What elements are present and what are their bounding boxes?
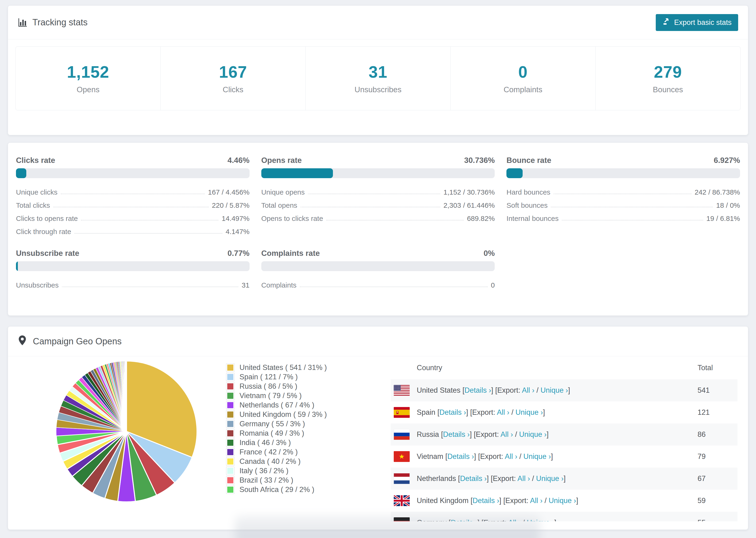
details-link[interactable]: Details ›	[473, 497, 499, 505]
legend-swatch	[226, 392, 234, 400]
rates-card: Clicks rate4.46%Unique clicks167 / 4.456…	[8, 142, 748, 316]
bracket: [	[470, 497, 473, 505]
stat-value: 220 / 5.87%	[212, 202, 249, 209]
legend-item-canada[interactable]: Canada ( 40 / 2% )	[226, 457, 391, 466]
stat-row-unique-clicks: Unique clicks167 / 4.456%	[16, 189, 249, 196]
legend-swatch	[226, 429, 234, 437]
map-pin-icon	[18, 335, 27, 348]
stat-value: 18 / 0%	[716, 202, 740, 209]
dotted-leader	[53, 207, 208, 207]
rate-block-complaints-rate: Complaints rate0%Complaints0	[261, 249, 495, 289]
legend-item-germany[interactable]: Germany ( 55 / 3% )	[226, 419, 391, 429]
export-prefix: ] [Export:	[466, 408, 497, 416]
summary-cell-clicks: 167Clicks	[160, 47, 305, 110]
rate-title: Clicks rate	[16, 156, 55, 165]
export-prefix: ] [Export:	[499, 497, 530, 505]
legend-item-france[interactable]: France ( 42 / 2% )	[226, 447, 391, 457]
export-prefix: ] [Export:	[487, 474, 517, 483]
rate-value: 4.46%	[228, 156, 249, 165]
es-flag-icon	[394, 407, 410, 418]
details-link[interactable]: Details ›	[447, 452, 474, 460]
rate-value: 0.77%	[228, 249, 249, 258]
gb-flag-icon	[394, 495, 410, 506]
legend-item-netherlands[interactable]: Netherlands ( 67 / 4% )	[226, 401, 391, 410]
campaign-geo-opens-card: Campaign Geo Opens United States ( 541 /…	[8, 326, 748, 530]
legend-item-russia[interactable]: Russia ( 86 / 5% )	[226, 382, 391, 391]
rate-block-clicks-rate: Clicks rate4.46%Unique clicks167 / 4.456…	[16, 156, 249, 235]
rate-head: Unsubscribe rate0.77%	[16, 249, 249, 261]
progress-bar-fill	[16, 261, 18, 271]
tracking-stats-card: Tracking stats Export basic stats 1,152O…	[8, 5, 748, 135]
legend-item-south-africa[interactable]: South Africa ( 29 / 2% )	[226, 485, 391, 494]
rate-head: Opens rate30.736%	[261, 156, 495, 168]
details-link[interactable]: Details ›	[440, 408, 466, 416]
export-all-link[interactable]: All ›	[505, 452, 517, 460]
export-all-link[interactable]: All ›	[530, 497, 542, 505]
separator: /	[543, 497, 549, 505]
export-unique-link[interactable]: Unique ›	[540, 386, 568, 394]
page-title: Tracking stats	[32, 17, 87, 27]
stat-label: Unique opens	[261, 189, 305, 196]
export-all-link[interactable]: All ›	[497, 408, 509, 416]
separator: /	[530, 474, 536, 483]
export-prefix: ] [Export:	[491, 386, 522, 394]
export-all-link[interactable]: All ›	[517, 474, 530, 483]
country-name: Spain	[417, 408, 437, 416]
rate-title: Opens rate	[261, 156, 302, 165]
stat-row-opens-to-clicks-rate: Opens to clicks rate689.82%	[261, 215, 495, 222]
export-unique-link[interactable]: Unique ›	[536, 474, 564, 483]
stat-value: 0	[491, 282, 495, 289]
export-unique-link[interactable]: Unique ›	[523, 452, 551, 460]
stat-row-click-through-rate: Click through rate4.147%	[16, 228, 249, 235]
summary-value: 31	[369, 63, 387, 81]
stat-value: 31	[242, 282, 249, 289]
us-flag-icon	[394, 385, 410, 396]
legend-item-india[interactable]: India ( 46 / 3% )	[226, 438, 391, 447]
bracket: ]	[568, 386, 570, 394]
stat-row-complaints: Complaints0	[261, 282, 495, 289]
stat-value: 167 / 4.456%	[208, 189, 249, 196]
legend-item-italy[interactable]: Italy ( 36 / 2% )	[226, 466, 391, 476]
legend-label: South Africa ( 29 / 2% )	[240, 485, 314, 494]
rate-title: Complaints rate	[261, 249, 320, 258]
stat-value: 4.147%	[226, 228, 249, 235]
legend-swatch	[226, 448, 234, 456]
export-unique-link[interactable]: Unique ›	[519, 430, 547, 439]
rate-value: 0%	[484, 249, 495, 258]
country-name: Netherlands	[417, 474, 458, 483]
export-all-link[interactable]: All ›	[522, 386, 534, 394]
export-all-link[interactable]: All ›	[501, 430, 513, 439]
legend-swatch	[226, 373, 234, 381]
summary-cell-unsubscribes: 31Unsubscribes	[305, 47, 450, 110]
legend-swatch	[226, 439, 234, 447]
stat-label: Opens to clicks rate	[261, 215, 323, 222]
bracket: [	[437, 408, 440, 416]
details-link[interactable]: Details ›	[460, 474, 487, 483]
export-unique-link[interactable]: Unique ›	[549, 497, 576, 505]
legend-item-brazil[interactable]: Brazil ( 33 / 2% )	[226, 476, 391, 485]
country-cell: United States [Details ›] [Export: All ›…	[417, 386, 698, 395]
legend-item-spain[interactable]: Spain ( 121 / 7% )	[226, 372, 391, 382]
legend-item-united-kingdom[interactable]: United Kingdom ( 59 / 3% )	[226, 410, 391, 419]
table-row-spain: Spain [Details ›] [Export: All › / Uniqu…	[391, 402, 737, 423]
export-icon	[662, 18, 670, 27]
legend-label: Netherlands ( 67 / 4% )	[240, 401, 314, 409]
legend-item-united-states[interactable]: United States ( 541 / 31% )	[226, 363, 391, 372]
export-unique-link[interactable]: Unique ›	[515, 408, 543, 416]
progress-bar-fill	[507, 168, 523, 178]
rate-head: Bounce rate6.927%	[507, 156, 740, 168]
rate-head: Complaints rate0%	[261, 249, 495, 261]
details-link[interactable]: Details ›	[464, 386, 491, 394]
export-basic-stats-button[interactable]: Export basic stats	[656, 14, 738, 31]
dotted-leader	[554, 194, 691, 194]
stat-label: Total clicks	[16, 202, 50, 209]
details-link[interactable]: Details ›	[443, 430, 470, 439]
legend-item-vietnam[interactable]: Vietnam ( 79 / 5% )	[226, 391, 391, 401]
stat-row-internal-bounces: Internal bounces19 / 6.81%	[507, 215, 740, 222]
geo-pie-chart	[8, 356, 202, 508]
legend-item-romania[interactable]: Romania ( 49 / 3% )	[226, 429, 391, 438]
legend-swatch	[226, 401, 234, 409]
stat-row-total-opens: Total opens2,303 / 61.446%	[261, 202, 495, 209]
blurred-region	[235, 515, 540, 538]
vn-flag-icon	[394, 451, 410, 462]
